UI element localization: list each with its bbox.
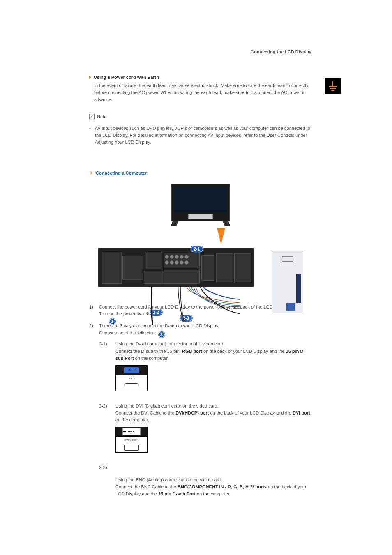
earth-heading: Using a Power cord with Earth	[94, 75, 159, 80]
rgb-port-bold: RGB port	[182, 349, 202, 354]
rgb-port-label: RGB	[115, 375, 148, 382]
step-2-3-num: 2-3)	[99, 464, 115, 497]
text: Connect the DVI Cable to the	[115, 410, 175, 415]
page-header: Connecting the LCD Display	[89, 49, 311, 54]
earth-text: In the event of failure, the earth lead …	[94, 83, 309, 102]
note-bullet-text: AV input devices such as DVD players, VC…	[95, 125, 311, 146]
connection-diagram: 2-1 2-2 2-3 1 3	[89, 184, 311, 287]
dvi-hdcp-bold: DVI(HDCP) port	[175, 410, 209, 415]
step-2-1-line2: Connect the D-sub to the 15-pin, RGB por…	[115, 348, 311, 362]
dsub-port-bold-2: 15 pin D-sub Port	[158, 491, 196, 496]
step-2-2-num: 2-2)	[99, 403, 115, 460]
step-2-3-line1: Using the BNC (Analog) connector on the …	[115, 477, 311, 484]
step-2-num: 2)	[89, 322, 99, 497]
bnc-ports-bold: BNC/COMPONENT IN - R, G, B, H, V ports	[178, 484, 267, 489]
earth-ground-icon	[325, 78, 341, 94]
text: on the computer.	[134, 356, 169, 361]
note-label: Note	[97, 114, 106, 119]
dvi-port-bold: DVI port	[293, 410, 310, 415]
rgb-port-figure: RGB	[115, 365, 148, 391]
text: on the computer.	[196, 491, 231, 496]
step-2-2-line2: Connect the DVI Cable to the DVI(HDCP) p…	[115, 410, 311, 424]
text: on the back of your LCD Display and the	[202, 349, 286, 354]
step-2-2-line1: Using the DVI (Digital) connector on the…	[115, 403, 311, 410]
step-2: 2) There are 3 ways to connect the D-sub…	[89, 322, 311, 497]
monitor-front	[171, 184, 230, 221]
step-2-1-num: 2-1)	[99, 341, 115, 398]
text: Connect the BNC Cable to the	[115, 484, 178, 489]
callout-2-1: 2-1	[191, 246, 203, 252]
text: on the computer.	[115, 417, 149, 422]
text: on the back of your LCD Display and the	[209, 410, 293, 415]
arrow-icon	[89, 76, 91, 79]
connecting-computer-heading: Connecting a Computer	[96, 170, 147, 175]
step-2-1-line1: Using the D-sub (Analog) connector on th…	[115, 341, 311, 348]
cable-lines	[98, 287, 303, 336]
lcd-backpanel	[98, 248, 254, 287]
chevron-right-icon	[89, 171, 92, 175]
checkbox-icon	[89, 114, 95, 119]
down-arrow-icon	[217, 228, 225, 244]
dvi-port-label: DVI(HDCP)	[115, 437, 148, 443]
bullet-icon: •	[89, 125, 95, 132]
backpanel-area: 2-1 2-2 2-3 1 3	[98, 248, 303, 287]
dvi-port-figure: DVI(HDCP)	[115, 427, 148, 453]
text: Connect the D-sub to the 15-pin,	[115, 349, 182, 354]
step-2-3-line2: Connect the BNC Cable to the BNC/COMPONE…	[115, 484, 311, 497]
earth-body: In the event of failure, the earth lead …	[94, 82, 311, 103]
